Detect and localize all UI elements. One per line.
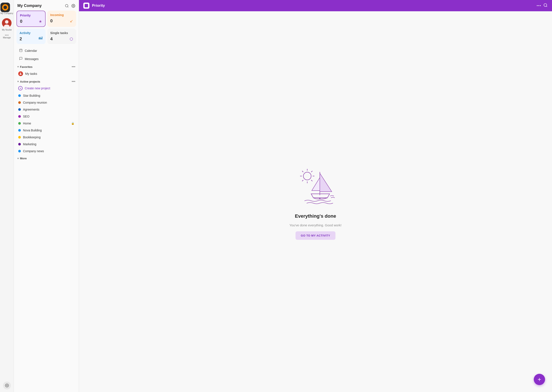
favorites-section-header: ▾ Favorites ••• (14, 63, 79, 70)
active-projects-header: ▾ Active projects ••• (14, 78, 79, 84)
activity-count: 2 (20, 36, 22, 42)
project-item-agreements[interactable]: Agreements (15, 106, 78, 113)
messages-label: Messages (25, 57, 39, 61)
empty-state: Everything's done You've done everything… (79, 11, 552, 392)
activity-card-footer: 2 (20, 36, 43, 42)
lock-icon: 🔒 (71, 122, 74, 125)
project-item-home[interactable]: Home 🔒 (15, 120, 78, 127)
more-section[interactable]: ▾ More (14, 154, 79, 162)
plus-circle-icon: + (18, 86, 22, 91)
single-tasks-icon: ⬡ (70, 37, 73, 42)
incoming-card[interactable]: Incoming 0 ↙ (47, 11, 76, 27)
project-item-company-news[interactable]: Company news (15, 148, 78, 154)
priority-card-footer: 0 ★ (20, 19, 42, 24)
project-item-star-building[interactable]: Star Building (15, 92, 78, 99)
active-projects-toggle[interactable]: ▾ (17, 80, 19, 83)
manage-label: Manage (3, 36, 11, 39)
go-to-activity-button[interactable]: GO TO MY ACTIVITY (295, 231, 335, 240)
svg-line-22 (302, 180, 303, 181)
my-tasks-avatar (18, 71, 23, 76)
settings-button[interactable] (72, 4, 75, 8)
svg-point-6 (65, 4, 68, 7)
single-tasks-card[interactable]: Single tasks 4 ⬡ (47, 29, 76, 44)
svg-point-7 (73, 5, 74, 6)
svg-point-12 (20, 73, 21, 74)
single-tasks-label: Single tasks (50, 31, 73, 35)
search-button[interactable] (65, 4, 69, 8)
company-name: My Company (0, 12, 13, 15)
sidebar: My Company Priority 0 ★ In (14, 0, 79, 392)
header-search-button[interactable] (543, 3, 548, 8)
empty-state-title: Everything's done (295, 213, 336, 219)
activity-card-label: Activity (20, 31, 43, 35)
priority-count: 0 (20, 19, 22, 24)
main-content: Priority (79, 0, 552, 392)
activity-icon (39, 36, 43, 42)
company-logo[interactable]: My Company (0, 3, 13, 15)
project-name: Company news (23, 149, 74, 153)
project-item-bookkeeping[interactable]: Bookkeeping (15, 134, 78, 141)
quick-access-cards: Priority 0 ★ Incoming 0 ↙ Activity 2 (14, 11, 79, 46)
priority-star-icon: ★ (39, 19, 42, 24)
activity-card[interactable]: Activity 2 (16, 29, 46, 44)
project-dot (18, 150, 21, 152)
project-dot (18, 122, 21, 125)
svg-point-13 (544, 3, 547, 6)
my-tasks-label: My tasks (25, 72, 74, 76)
active-projects-label: Active projects (20, 80, 40, 83)
project-dot (18, 136, 21, 139)
fab-icon: + (538, 376, 541, 383)
priority-card-label: Priority (20, 14, 42, 17)
active-projects-more-button[interactable]: ••• (72, 80, 75, 84)
favorites-toggle[interactable]: ▾ (17, 65, 19, 68)
svg-rect-8 (20, 49, 22, 52)
icon-bar: My Company My Nozbe Manage (0, 0, 14, 392)
sidebar-actions (65, 4, 75, 8)
incoming-card-label: Incoming (50, 13, 73, 17)
create-project-label: Create new project (25, 86, 50, 90)
project-name: Star Building (23, 94, 74, 97)
svg-point-3 (5, 20, 8, 24)
project-item-company-reunion[interactable]: Company reunion (15, 99, 78, 106)
project-name: Marketing (23, 142, 74, 146)
sidebar-item-my-tasks[interactable]: My tasks (15, 70, 78, 78)
create-new-project-button[interactable]: + Create new project (15, 84, 78, 92)
messages-icon (19, 57, 22, 61)
project-item-marketing[interactable]: Marketing (15, 141, 78, 148)
sidebar-item-calendar[interactable]: Calendar (16, 47, 77, 55)
fab-button[interactable]: + (534, 374, 545, 385)
project-item-seo[interactable]: SEO (15, 113, 78, 120)
header-more-button[interactable] (537, 5, 541, 6)
svg-line-21 (311, 171, 312, 172)
global-settings[interactable] (3, 382, 11, 389)
sidebar-header: My Company (14, 0, 79, 11)
priority-icon (83, 3, 89, 9)
project-name: Bookkeeping (23, 135, 74, 139)
calendar-icon (19, 49, 22, 53)
project-name: Agreements (23, 108, 74, 111)
project-dot (18, 143, 21, 146)
priority-card[interactable]: Priority 0 ★ (16, 11, 46, 27)
sidebar-nav: Calendar Messages ▾ Favorites ••• (14, 46, 79, 392)
manage-button[interactable]: Manage (3, 35, 11, 39)
project-dot (18, 94, 21, 97)
sidebar-item-messages[interactable]: Messages (16, 55, 77, 63)
project-name: Home (23, 122, 69, 125)
project-dot (18, 108, 21, 111)
single-tasks-count: 4 (50, 36, 53, 42)
favorites-more-button[interactable]: ••• (72, 65, 75, 69)
main-header: Priority (79, 0, 552, 11)
svg-point-1 (3, 6, 7, 9)
project-dot (18, 129, 21, 132)
project-name: Company reunion (23, 101, 74, 104)
calendar-label: Calendar (25, 49, 37, 52)
more-toggle: ▾ (17, 157, 19, 160)
user-label: My Nozbe (2, 29, 12, 31)
empty-state-subtitle: You've done everything. Good work! (289, 223, 342, 227)
svg-point-24 (319, 198, 321, 199)
user-avatar[interactable]: My Nozbe (2, 18, 12, 31)
project-item-nova-building[interactable]: Nova Building (15, 127, 78, 134)
sidebar-title: My Company (17, 3, 42, 8)
svg-point-5 (6, 385, 7, 386)
incoming-count: 0 (50, 18, 53, 23)
